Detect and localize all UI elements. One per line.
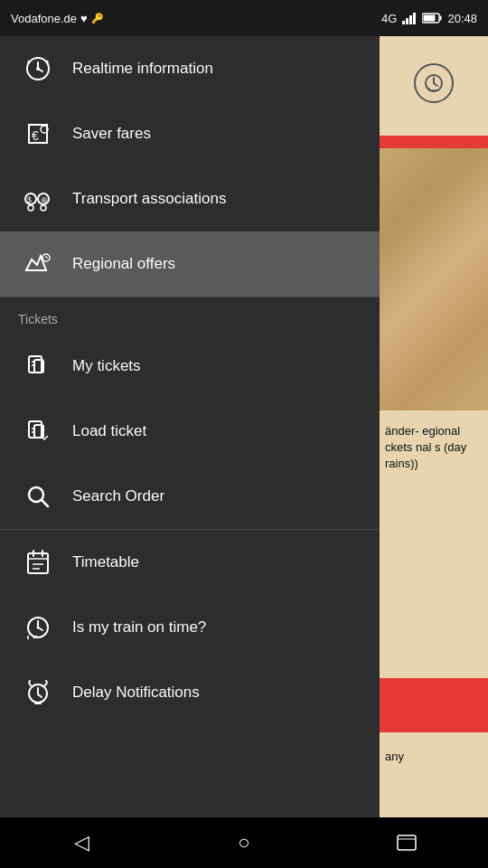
cork-texture <box>380 148 488 410</box>
svg-rect-2 <box>409 15 412 24</box>
realtime-icon <box>18 49 58 89</box>
clock-icon <box>18 608 58 647</box>
signal-bars-icon <box>402 12 417 24</box>
svg-rect-28 <box>28 553 48 573</box>
right-panel-bottom-text: any <box>380 746 488 767</box>
sidebar-item-saver-fares[interactable]: € Saver fares <box>0 101 380 166</box>
sidebar-item-timetable[interactable]: Timetable <box>0 530 380 595</box>
svg-text:⊕: ⊕ <box>41 195 48 204</box>
sidebar-item-delay-notifications-label: Delay Notifications <box>72 684 200 702</box>
svg-point-35 <box>37 627 40 629</box>
search-icon <box>18 476 58 516</box>
sidebar-item-train-on-time-label: Is my train on time? <box>72 618 206 637</box>
heart-icon: ♥ <box>80 12 88 25</box>
sidebar-item-timetable-label: Timetable <box>72 553 139 571</box>
svg-rect-5 <box>440 16 442 21</box>
sidebar-item-regional[interactable]: Regional offers <box>0 231 380 297</box>
svg-line-38 <box>38 694 42 697</box>
load-icon <box>18 411 58 451</box>
sidebar-item-transport[interactable]: $ ⊕ Transport associations <box>0 166 380 231</box>
sidebar-item-delay-notifications[interactable]: Delay Notifications <box>0 660 380 725</box>
saver-icon: € <box>18 114 58 154</box>
nav-home-button[interactable]: ○ <box>217 825 271 861</box>
sidebar-item-my-tickets-label: My tickets <box>72 357 141 375</box>
regional-icon <box>18 244 58 284</box>
timetable-icon <box>18 542 58 582</box>
svg-rect-0 <box>402 21 405 24</box>
svg-point-8 <box>36 67 40 71</box>
right-panel-icon <box>414 63 454 103</box>
tickets-icon <box>18 346 58 386</box>
svg-point-16 <box>41 205 46 211</box>
sidebar-item-search-order-label: Search Order <box>72 487 164 505</box>
svg-line-42 <box>434 83 437 86</box>
sidebar-item-regional-label: Regional offers <box>72 255 175 273</box>
sidebar-item-load-ticket-label: Load ticket <box>72 422 146 440</box>
tickets-section-header: Tickets <box>0 297 380 334</box>
navigation-drawer: Realtime information € Saver fares $ ⊕ <box>0 36 380 868</box>
carrier-text: Vodafone.de <box>11 12 77 25</box>
svg-line-27 <box>42 500 48 506</box>
carrier-info: Vodafone.de ♥ 🔑 <box>11 12 104 25</box>
nav-back-button[interactable]: ◁ <box>54 825 108 861</box>
sidebar-item-load-ticket[interactable]: Load ticket <box>0 399 380 464</box>
sidebar-item-my-tickets[interactable]: My tickets <box>0 334 380 399</box>
svg-point-15 <box>28 205 33 211</box>
nav-bar: ◁ ○ <box>0 817 488 868</box>
battery-icon <box>422 13 442 24</box>
sidebar-item-search-order[interactable]: Search Order <box>0 464 380 529</box>
key-icon: 🔑 <box>91 13 104 24</box>
signal-icon: 4G <box>381 12 397 25</box>
sidebar-item-transport-label: Transport associations <box>72 190 226 208</box>
time-text: 20:48 <box>447 12 477 25</box>
right-panel: änder- egional ckets nal s (day rains)) … <box>380 36 488 868</box>
sidebar-item-realtime-label: Realtime information <box>72 60 213 78</box>
right-panel-text: änder- egional ckets nal s (day rains)) <box>380 416 488 480</box>
svg-rect-6 <box>424 15 436 22</box>
svg-text:€: € <box>32 128 39 143</box>
main-layout: Realtime information € Saver fares $ ⊕ <box>0 36 488 868</box>
alarm-icon <box>18 673 58 712</box>
svg-rect-1 <box>406 18 408 24</box>
nav-recents-button[interactable] <box>380 825 434 861</box>
status-icons: 4G 20:48 <box>381 12 477 25</box>
svg-rect-3 <box>413 13 416 24</box>
sidebar-item-saver-fares-label: Saver fares <box>72 125 151 143</box>
status-bar: Vodafone.de ♥ 🔑 4G 20:48 <box>0 0 488 36</box>
sidebar-item-realtime[interactable]: Realtime information <box>0 36 380 101</box>
svg-rect-45 <box>398 835 416 850</box>
red-bar-bottom <box>380 678 488 732</box>
svg-text:$: $ <box>27 195 32 204</box>
transport-icon: $ ⊕ <box>18 179 58 219</box>
red-bar-top <box>380 136 488 148</box>
sidebar-item-train-on-time[interactable]: Is my train on time? <box>0 595 380 660</box>
